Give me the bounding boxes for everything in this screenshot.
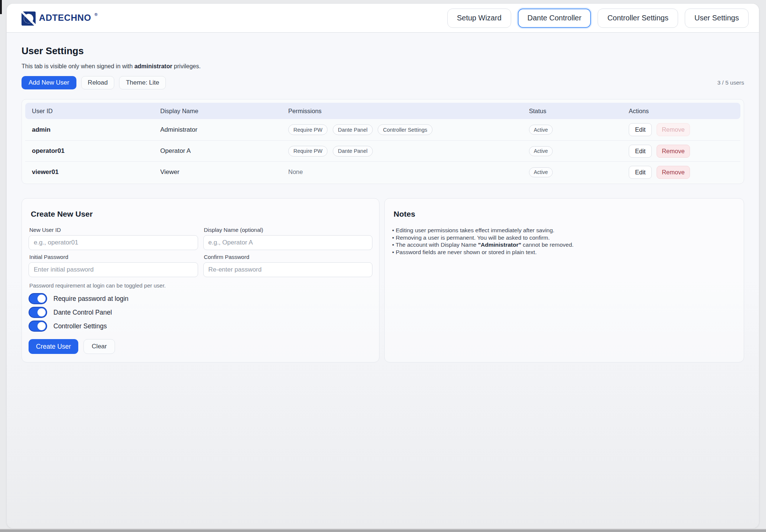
field-display-name: Display Name (optional) [203, 227, 373, 250]
permissions-cell: None [288, 168, 529, 176]
note-text: Password fields are never shown or store… [396, 249, 537, 255]
field-new-user-id: New User ID [29, 227, 198, 250]
user-id: admin [32, 126, 160, 134]
dante-control-panel-toggle[interactable] [29, 307, 47, 318]
main-content: User Settings This tab is visible only w… [7, 33, 759, 362]
remove-button-disabled: Remove [657, 123, 690, 136]
bullet: • [392, 242, 394, 248]
confirm-password-input[interactable] [203, 262, 373, 277]
registered-mark: ® [95, 11, 98, 18]
permission-pill: Require PW [288, 124, 328, 135]
table-row: viewer01 Viewer None Active Edit Remove [25, 161, 740, 183]
display-name-input[interactable] [203, 235, 373, 250]
display-name: Viewer [160, 168, 288, 176]
lower-panels: Create New User New User ID Display Name… [22, 198, 744, 362]
subtitle-bold: administrator [134, 63, 172, 69]
nav-dante-controller[interactable]: Dante Controller [518, 9, 591, 28]
permission-pill: Dante Panel [333, 124, 373, 135]
toggle-knob [37, 295, 46, 303]
page-subtitle: This tab is visible only when signed in … [22, 63, 744, 70]
initial-password-input[interactable] [29, 262, 198, 277]
clear-button[interactable]: Clear [83, 339, 115, 354]
bullet: • [392, 234, 394, 241]
require-password-toggle[interactable] [29, 293, 47, 304]
password-requirement-hint: Password requirement at login can be tog… [29, 282, 372, 289]
col-header-actions: Actions [629, 108, 740, 115]
display-name-label: Display Name (optional) [204, 227, 373, 233]
page-title: User Settings [22, 45, 744, 57]
brand-logo: ADTECHNO ® [22, 11, 98, 26]
create-user-button[interactable]: Create User [29, 339, 78, 354]
table-row: admin Administrator Require PW Dante Pan… [25, 119, 740, 140]
permission-pill: Controller Settings [378, 124, 432, 135]
status-badge: Active [529, 125, 553, 135]
toolbar: Add New User Reload Theme: Lite 3 / 5 us… [22, 76, 744, 89]
actions-cell: Edit Remove [629, 166, 740, 179]
notes-heading: Notes [394, 210, 737, 219]
display-name: Operator A [160, 147, 288, 155]
user-id: viewer01 [32, 168, 160, 176]
note-text: Removing a user is permanent. You will b… [396, 234, 550, 241]
permissions-cell: Require PW Dante Panel Controller Settin… [288, 124, 529, 135]
initial-password-label: Initial Password [29, 254, 198, 260]
note-item: • Removing a user is permanent. You will… [392, 234, 737, 242]
permissions-cell: Require PW Dante Panel [288, 146, 529, 157]
top-nav: Setup Wizard Dante Controller Controller… [447, 9, 749, 28]
status-cell: Active [529, 167, 629, 177]
subtitle-suffix: privileges. [172, 63, 200, 69]
display-name: Administrator [160, 126, 288, 134]
app-header: ADTECHNO ® Setup Wizard Dante Controller… [7, 4, 759, 33]
notes-panel: Notes • Editing user permissions takes e… [384, 198, 744, 362]
create-new-user-panel: Create New User New User ID Display Name… [22, 198, 379, 362]
nav-user-settings[interactable]: User Settings [685, 9, 749, 28]
remove-button[interactable]: Remove [657, 145, 690, 158]
add-new-user-button[interactable]: Add New User [22, 76, 76, 89]
toggle-label: Require password at login [53, 295, 128, 303]
create-user-fields: New User ID Display Name (optional) Init… [29, 227, 372, 277]
status-badge: Active [529, 146, 553, 156]
theme-toggle-button[interactable]: Theme: Lite [119, 76, 166, 89]
col-header-user-id: User ID [32, 108, 160, 115]
note-bold: "Administrator" [478, 242, 521, 248]
field-initial-password: Initial Password [29, 254, 198, 277]
notes-list: • Editing user permissions takes effect … [391, 227, 737, 256]
col-header-permissions: Permissions [288, 108, 529, 115]
nav-controller-settings[interactable]: Controller Settings [598, 9, 678, 28]
bottom-scrollbar[interactable] [0, 529, 766, 532]
user-id: operator01 [32, 147, 160, 155]
table-row: operator01 Operator A Require PW Dante P… [25, 140, 740, 161]
adtechno-logo-icon [22, 11, 36, 26]
table-header-row: User ID Display Name Permissions Status … [25, 103, 740, 119]
create-user-actions: Create User Clear [29, 339, 372, 354]
reload-button[interactable]: Reload [81, 76, 115, 89]
status-cell: Active [529, 125, 629, 135]
col-header-status: Status [529, 108, 629, 115]
user-count: 3 / 5 users [717, 79, 744, 86]
permission-pill: Require PW [288, 146, 328, 157]
window-edge-mark [0, 0, 2, 14]
toggle-label: Controller Settings [53, 322, 107, 330]
edit-button[interactable]: Edit [629, 145, 652, 158]
bullet: • [392, 227, 394, 233]
app-card: ADTECHNO ® Setup Wizard Dante Controller… [7, 4, 759, 528]
note-item: • Editing user permissions takes effect … [392, 227, 737, 234]
permission-pill: Dante Panel [333, 146, 373, 157]
toggle-row-controller-settings: Controller Settings [29, 321, 372, 332]
controller-settings-toggle[interactable] [29, 321, 47, 332]
note-item: • The account with Display Name "Adminis… [392, 241, 737, 249]
toggle-label: Dante Control Panel [53, 309, 112, 316]
nav-setup-wizard[interactable]: Setup Wizard [447, 9, 511, 28]
brand-name: ADTECHNO [39, 11, 91, 25]
edit-button[interactable]: Edit [629, 166, 652, 179]
bullet: • [392, 249, 394, 255]
note-item: • Password fields are never shown or sto… [392, 249, 737, 256]
toggle-row-require-password: Require password at login [29, 293, 372, 304]
subtitle-prefix: This tab is visible only when signed in … [22, 63, 134, 69]
remove-button[interactable]: Remove [657, 166, 690, 179]
note-text: The account with Display Name [395, 242, 478, 248]
new-user-id-input[interactable] [29, 235, 198, 250]
edit-button[interactable]: Edit [629, 123, 652, 136]
new-user-id-label: New User ID [29, 227, 198, 233]
confirm-password-label: Confirm Password [204, 254, 373, 260]
actions-cell: Edit Remove [629, 145, 740, 158]
